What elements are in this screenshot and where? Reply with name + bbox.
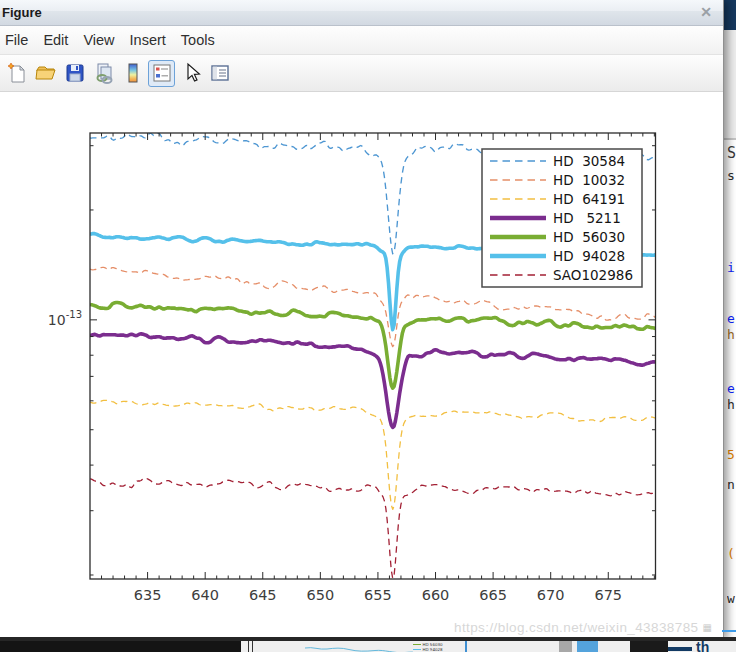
legend-label: HD 56030 [553,229,625,245]
open-file-button[interactable] [32,60,59,87]
bottom-dark-bar [0,641,241,652]
background-text-column: Sosieheh5n(w [727,0,736,637]
mini-legend-row: HD 94028 [413,647,443,652]
series-hd-5211 [90,334,655,428]
background-text-fragment: ( [727,546,735,561]
x-tick-label: 635 [134,587,162,603]
menu-item-file[interactable]: File [4,30,29,50]
bottom-block [559,641,572,652]
background-blue-line [722,630,736,632]
background-text-fragment: e [727,381,735,396]
y-tick-label: 10-13 [48,309,82,328]
menu-bar: FileEditViewInsertTools [0,26,723,55]
bottom-block [630,641,668,652]
cursor-tool-button[interactable] [177,60,204,87]
open-folder-icon [35,62,57,84]
background-text-fragment: e [727,311,735,326]
legend-label: HD 30584 [553,153,625,169]
bottom-vline [248,641,249,652]
bottom-vline [465,641,467,652]
x-tick-label: 670 [537,587,565,603]
watermark: https://blog.csdn.net/weixin_43838785 ▦ [454,620,712,635]
background-text-fragment: h [727,397,735,412]
legend-label: HD 94028 [553,248,625,264]
property-panel-button[interactable] [206,60,233,87]
background-text-fragment: i [727,260,735,275]
bottom-strip: HD 56030HD 94028 th [0,637,736,652]
legend-label: HD 64191 [553,191,625,207]
save-button[interactable] [61,60,88,87]
background-text-fragment: s [727,168,735,183]
copy-link-icon [93,62,115,84]
watermark-icon: ▦ [702,622,712,633]
menu-item-view[interactable]: View [82,30,115,50]
menu-item-edit[interactable]: Edit [42,30,69,50]
legend: HD 30584HD 10032HD 64191HD 5211HD 56030H… [482,149,642,287]
legend-label: HD 10032 [553,172,625,188]
new-file-button[interactable] [3,60,30,87]
bottom-block [577,641,598,652]
screenshot-root: Sosieheh5n(w Figure ✕ FileEditViewInsert… [0,0,736,652]
x-tick-label: 665 [479,587,507,603]
x-tick-label: 655 [364,587,392,603]
close-icon: ✕ [700,4,712,20]
x-tick-label: 645 [249,587,277,603]
figure-canvas: 63564064565065566066567067510-13HD 30584… [0,92,723,640]
mini-legend: HD 56030HD 94028 [413,642,443,652]
bottom-partial-text: th [696,639,709,652]
background-text-fragment: So [727,144,736,162]
series-hd-56030 [90,303,655,389]
bottom-bold-dash [668,647,692,651]
save-icon [64,62,86,84]
mini-plot-line [305,641,415,652]
background-text-fragment: n [727,477,735,492]
background-text-fragment: 5 [727,447,735,462]
menu-item-insert[interactable]: Insert [129,30,167,50]
close-button[interactable]: ✕ [697,3,715,21]
background-text-fragment: h [727,327,735,342]
background-text-fragment: w [727,591,735,606]
x-tick-label: 675 [594,587,622,603]
spectra-plot: 63564064565065566066567067510-13HD 30584… [0,92,724,640]
watermark-text: https://blog.csdn.net/weixin_43838785 [454,620,698,635]
panel-icon [209,62,231,84]
legend-label: HD 5211 [553,210,621,226]
window-title: Figure [2,5,42,20]
copy-figure-button[interactable] [90,60,117,87]
colormap-icon [122,62,144,84]
x-tick-label: 660 [422,587,450,603]
x-tick-label: 640 [191,587,219,603]
cursor-icon [180,62,202,84]
legend-label: SAO102986 [553,267,633,283]
menu-item-tools[interactable]: Tools [180,30,216,50]
subplot-config-icon [151,62,173,84]
toolbar [0,55,723,92]
figure-window: Figure ✕ FileEditViewInsertTools [0,0,724,640]
colormap-button[interactable] [119,60,146,87]
series-sao102986 [90,478,655,579]
subplot-config-button[interactable] [148,60,175,87]
bottom-page-fragment: HD 56030HD 94028 th [241,641,736,652]
x-tick-label: 650 [307,587,335,603]
new-file-icon [6,62,28,84]
bottom-vline [252,641,253,652]
titlebar[interactable]: Figure ✕ [0,0,723,26]
